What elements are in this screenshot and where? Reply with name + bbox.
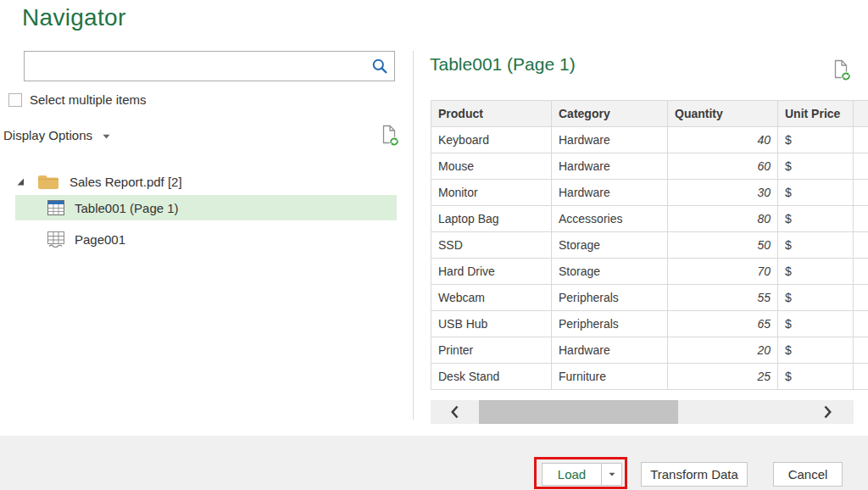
table-cell-partial <box>854 364 868 390</box>
table-row: PrinterHardware20$ <box>431 337 868 364</box>
table-cell: Hardware <box>552 153 668 180</box>
table-cell: 70 <box>668 259 778 285</box>
table-cell: 25 <box>668 364 778 390</box>
display-options-dropdown[interactable]: Display Options <box>3 128 110 142</box>
table-row: USB HubPeripherals65$ <box>431 311 868 337</box>
tree-node-sales-report[interactable]: Sales Report.pdf [2] <box>15 169 397 194</box>
table-cell-partial <box>854 180 868 206</box>
preview-title: Table001 (Page 1) <box>430 54 576 75</box>
load-button[interactable]: Load <box>542 463 602 486</box>
table-cell: Webcam <box>431 285 552 311</box>
table-cell: $ <box>778 127 854 153</box>
table-cell: Accessories <box>552 206 668 232</box>
table-cell: $ <box>778 180 854 206</box>
search-input[interactable] <box>25 52 374 81</box>
table-cell: 50 <box>668 232 778 259</box>
refresh-preview-icon[interactable] <box>833 59 851 85</box>
tree-item-page001[interactable]: Page001 <box>15 226 397 252</box>
table-cell-partial <box>854 337 868 364</box>
table-row: SSDStorage50$ <box>431 232 868 259</box>
table-row: WebcamPeripherals55$ <box>431 285 868 311</box>
refresh-sources-icon[interactable] <box>381 125 399 150</box>
page-icon <box>47 231 64 248</box>
column-header: Quantity <box>668 101 778 127</box>
table-cell: Furniture <box>552 364 668 390</box>
table-cell: Hardware <box>552 180 668 206</box>
table-cell-partial <box>854 285 868 311</box>
scroll-left-icon[interactable] <box>451 405 459 422</box>
display-options-label: Display Options <box>3 128 92 142</box>
folder-icon <box>37 174 59 190</box>
tree-item-table001[interactable]: Table001 (Page 1) <box>15 195 397 220</box>
table-cell: $ <box>778 285 854 311</box>
table-cell: 30 <box>668 180 778 206</box>
tree-item-label: Page001 <box>75 232 125 247</box>
table-cell: 60 <box>668 153 778 180</box>
column-header: Unit Price <box>778 101 854 127</box>
table-cell: $ <box>778 259 854 285</box>
chevron-down-icon <box>103 134 110 139</box>
table-cell: $ <box>778 206 854 232</box>
tree-item-label: Table001 (Page 1) <box>75 201 179 215</box>
table-row: MouseHardware60$ <box>431 153 868 180</box>
table-cell: USB Hub <box>431 311 552 337</box>
table-cell: Mouse <box>431 153 552 180</box>
table-cell: Storage <box>552 259 668 285</box>
table-cell: $ <box>778 232 854 259</box>
table-cell: Hard Drive <box>431 259 552 285</box>
table-row: KeyboardHardware40$ <box>431 127 868 153</box>
preview-table: ProductCategoryQuantityUnit Price Keyboa… <box>431 100 868 390</box>
scrollbar-thumb[interactable] <box>479 400 678 424</box>
horizontal-scrollbar[interactable] <box>431 400 854 424</box>
table-cell: Keyboard <box>431 127 552 153</box>
table-cell: Desk Stand <box>431 364 552 390</box>
table-row: MonitorHardware30$ <box>431 180 868 206</box>
load-split-button: Load <box>542 463 622 486</box>
table-cell: Hardware <box>552 337 668 364</box>
table-cell: 40 <box>668 127 778 153</box>
table-cell-partial <box>854 311 868 337</box>
tree-node-label: Sales Report.pdf [2] <box>70 175 182 189</box>
select-multiple-checkbox[interactable] <box>8 93 22 107</box>
select-multiple-row: Select multiple items <box>8 92 147 107</box>
column-header: Product <box>431 101 552 127</box>
table-cell: Monitor <box>431 180 552 206</box>
search-box <box>24 51 395 81</box>
transform-data-button[interactable]: Transform Data <box>641 462 748 487</box>
load-dropdown-button[interactable] <box>602 463 622 486</box>
table-row: Laptop BagAccessories80$ <box>431 206 868 232</box>
table-cell: 20 <box>668 337 778 364</box>
table-cell: $ <box>778 337 854 364</box>
table-header-row: ProductCategoryQuantityUnit Price <box>431 101 868 127</box>
search-icon[interactable] <box>371 58 388 78</box>
select-multiple-label[interactable]: Select multiple items <box>30 92 147 107</box>
table-row: Desk StandFurniture25$ <box>431 364 868 390</box>
column-header-partial <box>854 101 868 127</box>
table-cell: Printer <box>431 337 552 364</box>
table-cell: 55 <box>668 285 778 311</box>
table-cell: $ <box>778 311 854 337</box>
table-cell: Peripherals <box>552 311 668 337</box>
table-cell: $ <box>778 364 854 390</box>
table-cell-partial <box>854 259 868 285</box>
table-cell: $ <box>778 153 854 180</box>
scroll-right-icon[interactable] <box>824 405 832 422</box>
table-icon <box>47 200 64 215</box>
expand-triangle-icon[interactable] <box>17 178 31 186</box>
caret-down-icon <box>609 472 615 476</box>
table-row: Hard DriveStorage70$ <box>431 259 868 285</box>
table-cell: Peripherals <box>552 285 668 311</box>
table-cell-partial <box>854 127 868 153</box>
table-cell: 65 <box>668 311 778 337</box>
table-cell: SSD <box>431 232 552 259</box>
pane-divider <box>413 51 414 420</box>
column-header: Category <box>552 101 668 127</box>
table-cell: Laptop Bag <box>431 206 552 232</box>
dialog-title: Navigator <box>22 4 126 31</box>
table-cell: Hardware <box>552 127 668 153</box>
table-cell-partial <box>854 232 868 259</box>
table-cell-partial <box>854 153 868 180</box>
table-cell: 80 <box>668 206 778 232</box>
cancel-button[interactable]: Cancel <box>773 462 843 487</box>
table-cell-partial <box>854 206 868 232</box>
